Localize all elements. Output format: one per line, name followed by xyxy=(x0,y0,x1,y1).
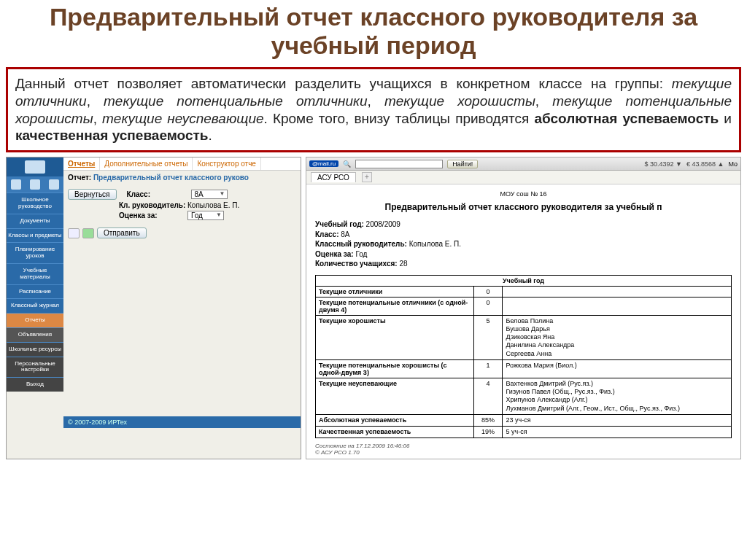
app-panel: Школьное руководствоДокументыКлассы и пр… xyxy=(6,157,301,459)
tab-extra-reports[interactable]: Дополнительные отчеты xyxy=(100,158,193,170)
print-icon[interactable] xyxy=(68,228,80,238)
tabs-bar: Отчеты Дополнительные отчеты Конструктор… xyxy=(63,158,301,171)
user-icon[interactable] xyxy=(49,179,59,190)
report-panel: @mail.ru 🔍 Найти! $ 30.4392 ▼ € 43.8568 … xyxy=(306,157,741,459)
report-table: Учебный год Текущие отличники0Текущие по… xyxy=(315,275,732,439)
sidebar-item[interactable]: Классный журнал xyxy=(7,298,63,313)
browser-tab[interactable]: АСУ РСО xyxy=(311,172,356,182)
send-button[interactable]: Отправить xyxy=(97,228,147,238)
table-row: Текущие потенциальные отличники (с одной… xyxy=(316,297,732,315)
mailru-logo: @mail.ru xyxy=(309,160,338,167)
table-row: Абсолютная успеваемость85%23 уч-ся xyxy=(316,414,732,426)
teacher-label: Кл. руководитель: xyxy=(113,201,187,209)
table-row: Качественная успеваемость19%5 уч-ся xyxy=(316,427,732,438)
sidebar-item[interactable]: Персональные настройки xyxy=(7,357,63,378)
slide-title: Предварительный отчет классного руководи… xyxy=(0,0,747,66)
report-title: Предварительный отчет классного руководи… xyxy=(315,202,732,212)
report-prefix: Отчет: xyxy=(68,174,91,182)
col-header: Учебный год xyxy=(316,275,732,286)
find-button[interactable]: Найти! xyxy=(447,160,478,168)
sidebar-logo xyxy=(7,158,63,176)
search-input[interactable] xyxy=(355,160,443,168)
help-icon[interactable] xyxy=(30,179,40,190)
table-row: Текущие потенциальные хорошисты (с одной… xyxy=(316,359,732,378)
excel-icon[interactable] xyxy=(82,228,94,238)
sidebar: Школьное руководствоДокументыКлассы и пр… xyxy=(7,158,63,392)
sidebar-item[interactable]: Учебные материалы xyxy=(7,263,63,284)
period-select[interactable]: Год xyxy=(187,211,224,220)
stock-eur: € 43.8568 ▲ xyxy=(686,160,724,168)
toolbar-more: Мо xyxy=(728,160,738,168)
sidebar-item[interactable]: Школьное руководство xyxy=(7,192,63,214)
sidebar-item[interactable]: Выход xyxy=(7,377,63,392)
report-footer: Состояние на 17.12.2009 16:46:06 © АСУ Р… xyxy=(315,443,732,456)
table-row: Текущие отличники0 xyxy=(316,286,732,297)
tab-reports[interactable]: Отчеты xyxy=(63,158,100,170)
sidebar-item[interactable]: Документы xyxy=(7,214,63,228)
sidebar-item[interactable]: Расписание xyxy=(7,284,63,299)
sidebar-item[interactable]: Планирование уроков xyxy=(7,242,63,263)
home-icon[interactable] xyxy=(11,179,21,190)
new-tab-button[interactable]: + xyxy=(362,172,372,182)
description-box: Данный отчет позволяет автоматически раз… xyxy=(6,67,741,152)
sidebar-item[interactable]: Классы и предметы xyxy=(7,228,63,243)
sidebar-item[interactable]: Отчеты xyxy=(7,313,63,327)
report-school: МОУ сош № 16 xyxy=(315,190,732,198)
report-meta: Учебный год: 2008/2009 Класс: 8А Классны… xyxy=(315,219,732,269)
tab-constructor[interactable]: Конструктор отче xyxy=(193,158,261,170)
app-footer: © 2007-2009 ИРТех xyxy=(63,416,301,428)
table-row: Текущие хорошисты5Белова ПолинаБушова Да… xyxy=(316,315,732,359)
class-label: Класс: xyxy=(117,190,191,198)
stock-usd: $ 30.4392 ▼ xyxy=(644,160,681,168)
sidebar-quick-icons xyxy=(7,176,63,192)
teacher-value: Копылова Е. П. xyxy=(187,201,239,209)
sidebar-item[interactable]: Школьные ресурсы xyxy=(7,342,63,357)
period-label: Оценка за: xyxy=(113,211,187,219)
envelope-icon xyxy=(25,160,45,174)
back-button[interactable]: Вернуться xyxy=(68,189,117,200)
report-name-row: Отчет: Предварительный отчет классного р… xyxy=(63,171,301,184)
sidebar-item[interactable]: Объявления xyxy=(7,327,63,342)
browser-tabstrip: АСУ РСО + xyxy=(306,171,740,184)
class-select[interactable]: 8А xyxy=(191,190,228,199)
report-name: Предварительный отчет классного руково xyxy=(93,174,249,182)
browser-toolbar: @mail.ru 🔍 Найти! $ 30.4392 ▼ € 43.8568 … xyxy=(306,158,740,171)
table-row: Текущие неуспевающие4Вахтенков Дмитрий (… xyxy=(316,378,732,414)
